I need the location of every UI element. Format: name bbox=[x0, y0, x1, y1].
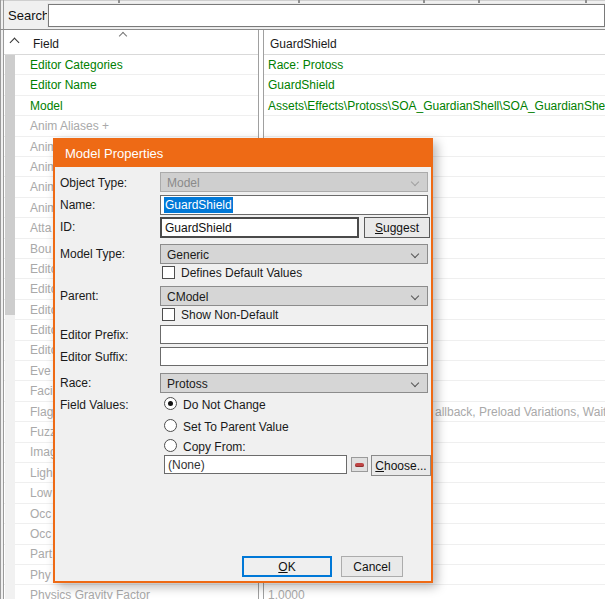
field-row-label: Occ bbox=[30, 507, 51, 521]
search-label: Search: bbox=[8, 8, 53, 23]
defines-default-checkbox[interactable] bbox=[162, 266, 175, 279]
toolbar-separator bbox=[585, 0, 587, 3]
fields-column-header[interactable]: Field bbox=[4, 30, 258, 55]
field-row[interactable]: Physics Gravity Factor bbox=[4, 585, 258, 599]
field-row-label: Flag bbox=[30, 405, 53, 419]
model-type-dropdown[interactable]: Generic bbox=[160, 244, 428, 264]
copy-from-radio[interactable] bbox=[164, 439, 177, 452]
chevron-down-icon bbox=[411, 379, 419, 387]
field-values-label: Field Values: bbox=[60, 398, 128, 412]
object-name-header: GuardShield bbox=[270, 37, 337, 51]
dialog-titlebar[interactable]: Model Properties bbox=[55, 140, 431, 167]
field-row-label: Atta bbox=[30, 221, 51, 235]
field-row-label: Faci bbox=[30, 384, 53, 398]
object-type-value: Model bbox=[167, 176, 200, 190]
toolbar-separator bbox=[478, 0, 480, 3]
cancel-button[interactable]: Cancel bbox=[341, 556, 403, 577]
model-properties-dialog: Model Properties Object Type: Model Name… bbox=[53, 138, 433, 583]
field-row[interactable]: Editor Categories bbox=[4, 55, 258, 75]
field-row-label: Eve bbox=[30, 364, 51, 378]
toolbar-bottom-edge bbox=[0, 0, 605, 1]
set-to-parent-radio[interactable] bbox=[164, 419, 177, 432]
parent-dropdown[interactable]: CModel bbox=[160, 286, 428, 306]
id-field[interactable]: GuardShield bbox=[160, 217, 359, 238]
field-row-label: Anim Aliases + bbox=[30, 119, 109, 133]
red-dash-icon bbox=[355, 463, 364, 467]
value-race[interactable]: Race: Protoss bbox=[264, 55, 343, 75]
ok-button[interactable]: OK bbox=[242, 556, 332, 577]
dialog-title: Model Properties bbox=[65, 146, 163, 161]
object-type-dropdown: Model bbox=[160, 172, 428, 192]
fields-column-title: Field bbox=[33, 37, 59, 51]
race-label: Race: bbox=[60, 376, 91, 390]
chevron-up-icon bbox=[119, 32, 127, 40]
model-type-value: Generic bbox=[167, 248, 209, 262]
name-label: Name: bbox=[60, 198, 95, 212]
field-row-label: Occ bbox=[30, 527, 51, 541]
field-row-label: Low bbox=[30, 486, 52, 500]
sort-ascending-icon bbox=[10, 38, 20, 48]
clear-source-button[interactable] bbox=[351, 457, 368, 472]
chevron-down-icon bbox=[411, 250, 419, 258]
suggest-button[interactable]: Suggest bbox=[364, 217, 430, 238]
choose-button[interactable]: Choose... bbox=[371, 455, 431, 476]
values-column-header[interactable]: GuardShield bbox=[264, 30, 605, 55]
panel-border-line bbox=[0, 0, 1, 599]
do-not-change-radio[interactable] bbox=[164, 397, 177, 410]
field-row[interactable]: Editor Name bbox=[4, 75, 258, 95]
chevron-down-icon bbox=[411, 178, 419, 186]
field-row-label: Bou bbox=[30, 242, 51, 256]
field-row-label: Part bbox=[30, 547, 52, 561]
fields-scrollbar[interactable] bbox=[5, 55, 15, 599]
field-row[interactable]: Anim Aliases + bbox=[4, 116, 258, 136]
id-label: ID: bbox=[60, 220, 75, 234]
toolbar-separator bbox=[298, 0, 300, 3]
chevron-down-icon bbox=[411, 292, 419, 300]
editor-prefix-field[interactable] bbox=[160, 325, 428, 344]
field-row-label: Model bbox=[30, 99, 63, 113]
editor-suffix-label: Editor Suffix: bbox=[60, 350, 128, 364]
field-row-label: Editor Categories bbox=[30, 58, 123, 72]
value-flags-fragment[interactable]: allback, Preload Variations, Wait bbox=[431, 402, 605, 422]
scrollbar-thumb[interactable] bbox=[5, 55, 15, 315]
field-row[interactable]: Model bbox=[4, 96, 258, 116]
show-non-default-checkbox[interactable] bbox=[162, 308, 175, 321]
do-not-change-label: Do Not Change bbox=[183, 398, 266, 412]
parent-label: Parent: bbox=[60, 289, 99, 303]
copy-from-label: Copy From: bbox=[183, 440, 246, 454]
name-value-selected: GuardShield bbox=[164, 197, 233, 213]
editor-prefix-label: Editor Prefix: bbox=[60, 328, 129, 342]
value-model-path[interactable]: Assets\Effects\Protoss\SOA_GuardianShell… bbox=[264, 96, 605, 116]
name-field[interactable]: GuardShield bbox=[160, 195, 428, 215]
defines-default-label: Defines Default Values bbox=[181, 266, 302, 280]
model-type-label: Model Type: bbox=[60, 247, 125, 261]
toolbar-separator bbox=[423, 0, 425, 3]
copy-source-field[interactable]: (None) bbox=[164, 455, 347, 474]
race-value: Protoss bbox=[167, 377, 208, 391]
field-row-label: Physics Gravity Factor bbox=[30, 588, 150, 599]
search-input[interactable] bbox=[48, 4, 605, 27]
value-gravity[interactable]: 1.0000 bbox=[264, 585, 305, 599]
parent-value: CModel bbox=[167, 290, 208, 304]
object-type-label: Object Type: bbox=[60, 176, 127, 190]
table-top-border bbox=[0, 29, 605, 30]
race-dropdown[interactable]: Protoss bbox=[160, 373, 428, 393]
show-non-default-label: Show Non-Default bbox=[181, 308, 278, 322]
set-to-parent-label: Set To Parent Value bbox=[183, 420, 289, 434]
editor-suffix-field[interactable] bbox=[160, 347, 428, 366]
field-row-label: Phy bbox=[30, 568, 51, 582]
field-row-label: Ligh bbox=[30, 466, 53, 480]
field-row-label: Editor Name bbox=[30, 78, 97, 92]
panel-border-line bbox=[3, 0, 4, 599]
toolbar-separator bbox=[118, 0, 120, 3]
value-editor-name[interactable]: GuardShield bbox=[264, 75, 335, 95]
